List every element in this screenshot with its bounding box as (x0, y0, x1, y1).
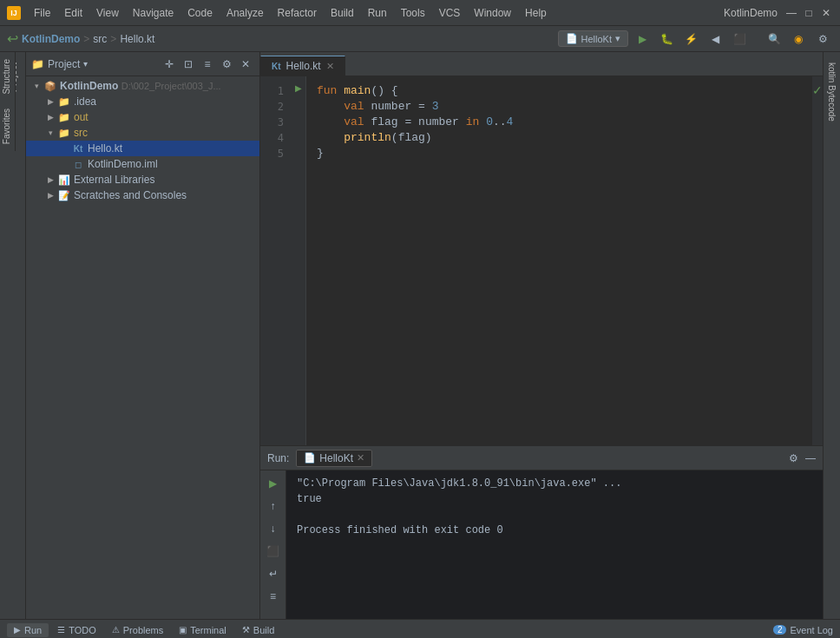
new-item-btn[interactable]: ✛ (161, 56, 178, 73)
run-tab-name: HelloKt (319, 452, 353, 464)
search-everywhere-button[interactable]: 🔍 (764, 30, 784, 49)
tree-hello-kt[interactable]: ▶ Kt Hello.kt (26, 141, 259, 156)
menu-analyze[interactable]: Analyze (220, 4, 270, 22)
bottom-tab-problems[interactable]: ⚠ Problems (105, 623, 170, 637)
breadcrumb-file[interactable]: Hello.kt (120, 33, 154, 45)
nav-bar: ↩ KotlinDemo > src > Hello.kt 📄 HelloKt … (0, 26, 840, 52)
tab-close-btn[interactable]: ✕ (326, 61, 334, 72)
run-panel-close-btn[interactable]: — (805, 452, 816, 464)
run-restart-btn[interactable]: ▶ (264, 474, 283, 493)
structure-tab[interactable]: Structure (0, 52, 15, 102)
tree-out[interactable]: ▶ 📁 out (26, 109, 259, 125)
bottom-tab-build[interactable]: ⚒ Build (235, 623, 281, 637)
run-config-selector[interactable]: 📄 HelloKt ▾ (558, 30, 628, 47)
run-panel-settings-btn[interactable]: ⚙ (789, 452, 798, 464)
scroll-from-source-btn[interactable]: ⊡ (180, 56, 197, 73)
stop-button[interactable]: ⬛ (729, 30, 750, 49)
terminal-tab-label: Terminal (190, 625, 226, 635)
bottom-tab-terminal[interactable]: ▣ Terminal (172, 623, 233, 637)
menu-window[interactable]: Window (468, 4, 517, 22)
menu-vcs[interactable]: VCS (433, 4, 467, 22)
minimize-button[interactable]: — (784, 6, 798, 20)
problems-tab-icon: ⚠ (112, 625, 120, 635)
event-log[interactable]: 2 Event Log (773, 625, 833, 635)
run-scroll-up-btn[interactable]: ↑ (264, 497, 283, 516)
project-title-arrow[interactable]: ▾ (83, 59, 88, 69)
problems-tab-label: Problems (123, 625, 163, 635)
ext-libs-arrow: ▶ (43, 173, 57, 187)
run-stop-btn[interactable]: ⬛ (264, 542, 283, 561)
todo-tab-icon: ☰ (57, 625, 65, 635)
search-button[interactable]: ◉ (788, 30, 809, 49)
run-config-name: HelloKt (581, 34, 612, 44)
tree-idea[interactable]: ▶ 📁 .idea (26, 94, 259, 109)
run-scroll-down-btn[interactable]: ↓ (264, 519, 283, 538)
hello-kt-label: Hello.kt (88, 142, 122, 155)
idea-icon: 📁 (57, 95, 71, 109)
root-arrow: ▾ (30, 79, 43, 93)
close-panel-btn[interactable]: ✕ (237, 56, 254, 73)
run-gutter-icon[interactable]: ▶ (295, 83, 302, 93)
editor-wrapper: Kt Hello.kt ✕ 1 2 3 4 5 ▶ fun main() { (260, 52, 823, 619)
iml-icon: ◻ (71, 157, 85, 171)
run-label: Run: (267, 452, 289, 464)
breadcrumb-sep1: > (83, 33, 89, 45)
tree-src[interactable]: ▾ 📁 src (26, 125, 259, 141)
tree-ext-libs[interactable]: ▶ 📊 External Libraries (26, 172, 259, 187)
tree-root[interactable]: ▾ 📦 KotlinDemo D:\002_Project\003_J... (26, 78, 259, 94)
run-tab-icon: 📄 (304, 452, 316, 464)
menu-run[interactable]: Run (362, 4, 393, 22)
run-button[interactable]: ▶ (632, 30, 653, 49)
run-tab-close[interactable]: ✕ (357, 452, 364, 464)
menu-file[interactable]: File (28, 4, 56, 22)
breadcrumb-project[interactable]: KotlinDemo (22, 33, 80, 45)
run-tab-hello-kt[interactable]: 📄 HelloKt ✕ (296, 450, 372, 467)
favorites-tab[interactable]: Favorites (0, 102, 15, 151)
settings-button[interactable]: ⚙ (812, 30, 833, 49)
restore-button[interactable]: □ (802, 6, 816, 20)
editor-tab-hello-kt[interactable]: Kt Hello.kt ✕ (260, 56, 345, 76)
left-tabs: Structure Favorites (0, 52, 16, 151)
kotlin-bytecode-label[interactable]: kotlin Bytecode (827, 56, 837, 128)
back-icon[interactable]: ↩ (7, 30, 18, 47)
collapse-all-btn[interactable]: ≡ (199, 56, 216, 73)
run-panel-header: Run: 📄 HelloKt ✕ ⚙ — (260, 446, 823, 470)
menu-build[interactable]: Build (325, 4, 360, 22)
bottom-tab-run[interactable]: ▶ Run (7, 623, 49, 637)
tree-scratches[interactable]: ▶ 📝 Scratches and Consoles (26, 187, 259, 203)
idea-label: .idea (74, 95, 96, 108)
close-button[interactable]: ✕ (819, 6, 833, 20)
run-with-coverage-button[interactable]: ⚡ (680, 30, 701, 49)
menu-navigate[interactable]: Navigate (127, 4, 180, 22)
event-log-count: 2 (773, 625, 787, 635)
run-output-line-2: true (297, 491, 812, 507)
nav-right: 📄 HelloKt ▾ ▶ 🐛 ⚡ ◀ ⬛ 🔍 ◉ ⚙ (558, 30, 833, 49)
code-editor[interactable]: fun main() { val number = 3 val flag = n… (306, 76, 812, 445)
project-folder-icon: 📁 (31, 58, 44, 70)
window-controls: — □ ✕ (784, 6, 833, 20)
run-wrap-btn[interactable]: ↵ (264, 564, 283, 583)
idea-arrow: ▶ (43, 95, 57, 109)
menu-code[interactable]: Code (181, 4, 219, 22)
menu-edit[interactable]: Edit (58, 4, 89, 22)
run-filter-btn[interactable]: ≡ (264, 587, 283, 606)
project-panel-header: 📁 Project ▾ ✛ ⊡ ≡ ⚙ ✕ (26, 52, 259, 76)
code-line-1: fun main() { (317, 83, 802, 99)
editor-tabs: Kt Hello.kt ✕ (260, 52, 823, 76)
bottom-tab-todo[interactable]: ☰ TODO (50, 623, 103, 637)
profile-button[interactable]: ◀ (705, 30, 725, 49)
menu-help[interactable]: Help (519, 4, 553, 22)
right-gutter: ✓ (812, 76, 823, 445)
debug-button[interactable]: 🐛 (656, 30, 677, 49)
tree-iml[interactable]: ▶ ◻ KotlinDemo.iml (26, 156, 259, 172)
menu-refactor[interactable]: Refactor (272, 4, 323, 22)
build-tab-label: Build (253, 625, 274, 635)
scratches-label: Scratches and Consoles (74, 189, 187, 201)
src-label: src (74, 127, 88, 139)
menu-view[interactable]: View (90, 4, 125, 22)
app-icon: IJ (7, 6, 21, 20)
menu-tools[interactable]: Tools (395, 4, 431, 22)
breadcrumb-src[interactable]: src (93, 33, 107, 45)
code-line-4: println(flag) (317, 130, 802, 146)
settings-gear-btn[interactable]: ⚙ (218, 56, 235, 73)
